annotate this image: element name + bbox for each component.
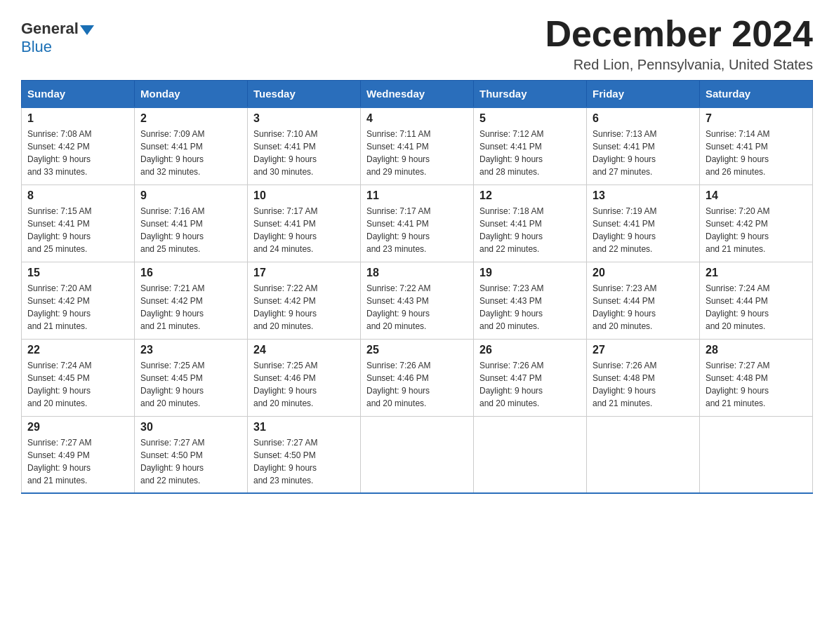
daylight-minutes: and 23 minutes. xyxy=(253,476,313,485)
sunrise-info: Sunrise: 7:08 AM xyxy=(27,129,91,139)
day-number: 7 xyxy=(706,112,807,125)
sunset-info: Sunset: 4:41 PM xyxy=(593,219,655,229)
logo-arrow-icon xyxy=(80,25,94,35)
calendar-cell: 24Sunrise: 7:25 AMSunset: 4:46 PMDayligh… xyxy=(248,339,361,416)
day-number: 3 xyxy=(253,112,355,125)
header-cell-friday: Friday xyxy=(587,81,700,108)
sunrise-info: Sunrise: 7:14 AM xyxy=(706,129,769,139)
page-header: General Blue December 2024 Red Lion, Pen… xyxy=(21,14,813,73)
sunrise-info: Sunrise: 7:26 AM xyxy=(366,361,430,370)
daylight-info: Daylight: 9 hours xyxy=(140,309,204,318)
logo: General Blue xyxy=(21,14,95,56)
calendar-cell: 25Sunrise: 7:26 AMSunset: 4:46 PMDayligh… xyxy=(361,339,474,416)
day-number: 4 xyxy=(366,112,468,125)
header-cell-saturday: Saturday xyxy=(700,81,813,108)
calendar-week-3: 15Sunrise: 7:20 AMSunset: 4:42 PMDayligh… xyxy=(22,262,813,339)
day-number: 6 xyxy=(593,112,694,125)
day-info: Sunrise: 7:16 AMSunset: 4:41 PMDaylight:… xyxy=(140,205,241,255)
sunset-info: Sunset: 4:46 PM xyxy=(366,373,429,383)
daylight-minutes: and 27 minutes. xyxy=(593,167,652,177)
day-number: 16 xyxy=(140,267,241,279)
daylight-info: Daylight: 9 hours xyxy=(593,386,656,396)
day-info: Sunrise: 7:22 AMSunset: 4:42 PMDaylight:… xyxy=(253,282,355,333)
calendar-cell: 16Sunrise: 7:21 AMSunset: 4:42 PMDayligh… xyxy=(135,262,248,339)
logo-general-text: General xyxy=(21,20,79,38)
calendar-cell: 19Sunrise: 7:23 AMSunset: 4:43 PMDayligh… xyxy=(474,262,587,339)
sunrise-info: Sunrise: 7:24 AM xyxy=(706,283,769,293)
daylight-minutes: and 22 minutes. xyxy=(593,244,652,254)
sunset-info: Sunset: 4:42 PM xyxy=(253,296,316,306)
day-number: 14 xyxy=(706,189,807,202)
daylight-minutes: and 20 minutes. xyxy=(366,321,426,331)
calendar-week-5: 29Sunrise: 7:27 AMSunset: 4:49 PMDayligh… xyxy=(22,416,813,493)
daylight-minutes: and 25 minutes. xyxy=(27,244,87,254)
day-number: 13 xyxy=(593,189,694,202)
sunrise-info: Sunrise: 7:23 AM xyxy=(593,283,656,293)
daylight-minutes: and 23 minutes. xyxy=(366,244,426,254)
daylight-info: Daylight: 9 hours xyxy=(140,386,204,396)
day-info: Sunrise: 7:10 AMSunset: 4:41 PMDaylight:… xyxy=(253,128,355,178)
sunset-info: Sunset: 4:41 PM xyxy=(253,142,316,152)
daylight-info: Daylight: 9 hours xyxy=(27,463,91,473)
daylight-minutes: and 20 minutes. xyxy=(706,321,765,331)
sunset-info: Sunset: 4:50 PM xyxy=(140,450,203,460)
daylight-minutes: and 21 minutes. xyxy=(706,398,765,408)
day-info: Sunrise: 7:23 AMSunset: 4:43 PMDaylight:… xyxy=(479,282,581,333)
calendar-cell xyxy=(361,416,474,493)
sunrise-info: Sunrise: 7:12 AM xyxy=(479,129,543,139)
daylight-info: Daylight: 9 hours xyxy=(479,386,543,396)
calendar-cell: 8Sunrise: 7:15 AMSunset: 4:41 PMDaylight… xyxy=(22,185,135,262)
location: Red Lion, Pennsylvania, United States xyxy=(545,57,813,73)
calendar-cell: 9Sunrise: 7:16 AMSunset: 4:41 PMDaylight… xyxy=(135,185,248,262)
sunset-info: Sunset: 4:41 PM xyxy=(593,142,655,152)
day-number: 8 xyxy=(27,189,128,202)
sunset-info: Sunset: 4:42 PM xyxy=(27,142,90,152)
day-number: 1 xyxy=(27,112,128,125)
day-number: 31 xyxy=(253,421,355,434)
header-cell-monday: Monday xyxy=(135,81,248,108)
day-info: Sunrise: 7:17 AMSunset: 4:41 PMDaylight:… xyxy=(253,205,355,255)
sunset-info: Sunset: 4:49 PM xyxy=(27,450,90,460)
sunrise-info: Sunrise: 7:26 AM xyxy=(479,361,543,370)
day-info: Sunrise: 7:27 AMSunset: 4:50 PMDaylight:… xyxy=(253,436,355,487)
day-info: Sunrise: 7:24 AMSunset: 4:44 PMDaylight:… xyxy=(706,282,807,333)
day-number: 20 xyxy=(593,267,694,279)
sunset-info: Sunset: 4:42 PM xyxy=(706,219,768,229)
daylight-info: Daylight: 9 hours xyxy=(366,386,430,396)
calendar-cell: 14Sunrise: 7:20 AMSunset: 4:42 PMDayligh… xyxy=(700,185,813,262)
sunrise-info: Sunrise: 7:26 AM xyxy=(593,361,656,370)
daylight-info: Daylight: 9 hours xyxy=(479,232,543,241)
sunset-info: Sunset: 4:41 PM xyxy=(706,142,768,152)
daylight-minutes: and 30 minutes. xyxy=(253,167,313,177)
day-info: Sunrise: 7:26 AMSunset: 4:48 PMDaylight:… xyxy=(593,359,694,410)
daylight-minutes: and 20 minutes. xyxy=(27,398,87,408)
sunset-info: Sunset: 4:42 PM xyxy=(140,296,203,306)
day-info: Sunrise: 7:23 AMSunset: 4:44 PMDaylight:… xyxy=(593,282,694,333)
calendar-cell: 18Sunrise: 7:22 AMSunset: 4:43 PMDayligh… xyxy=(361,262,474,339)
daylight-info: Daylight: 9 hours xyxy=(593,232,656,241)
day-number: 24 xyxy=(253,344,355,356)
sunrise-info: Sunrise: 7:13 AM xyxy=(593,129,656,139)
sunset-info: Sunset: 4:45 PM xyxy=(27,373,90,383)
calendar-cell xyxy=(474,416,587,493)
sunrise-info: Sunrise: 7:20 AM xyxy=(27,283,91,293)
sunrise-info: Sunrise: 7:18 AM xyxy=(479,206,543,216)
sunrise-info: Sunrise: 7:25 AM xyxy=(253,361,317,370)
sunset-info: Sunset: 4:41 PM xyxy=(366,219,429,229)
calendar-week-2: 8Sunrise: 7:15 AMSunset: 4:41 PMDaylight… xyxy=(22,185,813,262)
day-info: Sunrise: 7:18 AMSunset: 4:41 PMDaylight:… xyxy=(479,205,581,255)
header-cell-tuesday: Tuesday xyxy=(248,81,361,108)
calendar-cell: 30Sunrise: 7:27 AMSunset: 4:50 PMDayligh… xyxy=(135,416,248,493)
calendar-table: SundayMondayTuesdayWednesdayThursdayFrid… xyxy=(21,80,813,494)
sunset-info: Sunset: 4:42 PM xyxy=(27,296,90,306)
day-info: Sunrise: 7:27 AMSunset: 4:50 PMDaylight:… xyxy=(140,436,241,487)
daylight-info: Daylight: 9 hours xyxy=(27,309,91,318)
daylight-info: Daylight: 9 hours xyxy=(253,232,317,241)
sunrise-info: Sunrise: 7:15 AM xyxy=(27,206,91,216)
sunrise-info: Sunrise: 7:24 AM xyxy=(27,361,91,370)
day-number: 12 xyxy=(479,189,581,202)
daylight-minutes: and 28 minutes. xyxy=(479,167,539,177)
sunrise-info: Sunrise: 7:19 AM xyxy=(593,206,656,216)
daylight-info: Daylight: 9 hours xyxy=(593,154,656,164)
sunrise-info: Sunrise: 7:22 AM xyxy=(366,283,430,293)
